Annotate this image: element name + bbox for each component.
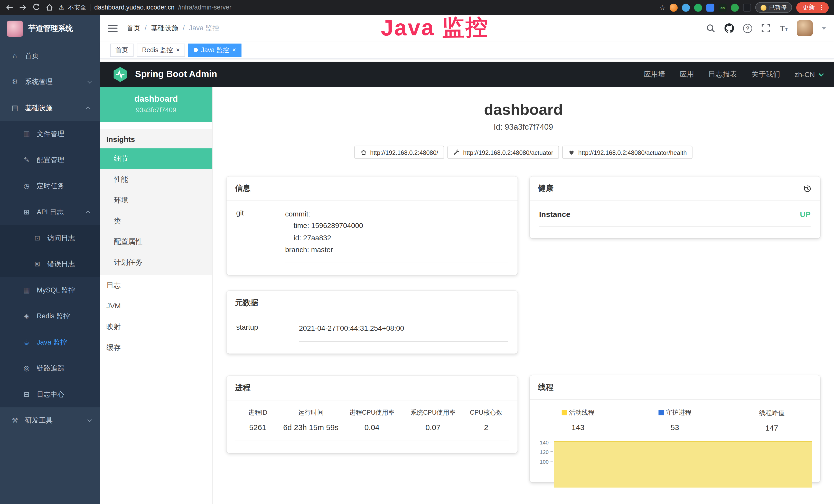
sidebar-item-config-mgmt[interactable]: ✎ 配置管理 <box>0 147 100 173</box>
fullscreen-icon[interactable] <box>761 23 771 33</box>
breadcrumb-infrastructure[interactable]: 基础设施 <box>151 23 189 33</box>
extension-leaf-icon[interactable] <box>731 3 739 11</box>
legend-label: 活动线程 <box>569 408 594 417</box>
sidebar-item-label: 基础设施 <box>25 103 53 112</box>
process-card: 进程 进程ID 5261 运行时间 <box>226 376 517 453</box>
card-title: 线程 <box>538 382 553 392</box>
sba-item-config-props[interactable]: 配置属性 <box>100 231 212 252</box>
chevron-down-icon <box>87 78 92 83</box>
service-url-button[interactable]: http://192.168.0.2:48080/ <box>354 145 444 159</box>
locale-selector[interactable]: zh-CN <box>794 70 822 78</box>
process-col-label: 运行时间 <box>280 409 342 417</box>
forward-icon[interactable] <box>19 3 27 12</box>
breadcrumb-current: Java 监控 <box>189 23 219 33</box>
font-size-icon[interactable]: TT <box>780 24 788 32</box>
sba-nav: 应用墙 应用 日志报表 关于我们 zh-CN <box>644 70 822 79</box>
trace-icon: ◎ <box>22 364 31 372</box>
update-button[interactable]: 更新 ⋮ <box>796 2 829 13</box>
sba-item-jvm[interactable]: JVM <box>100 296 212 316</box>
bookmark-star-icon[interactable]: ☆ <box>659 3 665 11</box>
sidebar-item-system-mgmt[interactable]: ⚙ 系统管理 <box>0 69 100 94</box>
sba-nav-applications[interactable]: 应用 <box>680 70 694 79</box>
avatar-caret-icon[interactable] <box>822 27 826 29</box>
sba-item-environment[interactable]: 环境 <box>100 190 212 210</box>
extension-check-icon[interactable] <box>694 3 702 11</box>
health-url-button[interactable]: http://192.168.0.2:48080/actuator/health <box>562 145 693 159</box>
help-icon[interactable]: ? <box>743 24 752 32</box>
sidebar-item-api-logs[interactable]: ⊞ API 日志 <box>0 199 100 225</box>
sba-item-details[interactable]: 细节 <box>100 148 212 169</box>
sidebar-item-file-mgmt[interactable]: ▥ 文件管理 <box>0 121 100 146</box>
sidebar-item-redis-monitor[interactable]: ◈ Redis 监控 <box>0 303 100 329</box>
sba-item-logs[interactable]: 日志 <box>100 275 212 296</box>
kebab-menu-icon[interactable]: ⋮ <box>818 4 825 11</box>
extension-puzzle-icon[interactable] <box>743 3 751 11</box>
extension-fox-icon[interactable] <box>670 3 678 11</box>
update-label: 更新 <box>803 3 815 11</box>
sba-item-caches[interactable]: 缓存 <box>100 337 212 358</box>
access-log-icon: ⊡ <box>33 234 41 242</box>
tab-label: 首页 <box>115 45 128 54</box>
url-host[interactable]: dashboard.yudao.iocoder.cn <box>94 4 174 11</box>
sidebar-item-error-logs[interactable]: ⊠ 错误日志 <box>0 251 100 277</box>
mysql-icon: ▦ <box>22 286 31 294</box>
sidebar-item-mysql-monitor[interactable]: ▦ MySQL 监控 <box>0 277 100 303</box>
home-icon: ⌂ <box>10 52 19 60</box>
paused-badge[interactable]: 已暂停 <box>755 2 792 13</box>
home-icon[interactable] <box>45 3 54 12</box>
url-path[interactable]: /infra/admin-server <box>178 4 232 11</box>
tab-home[interactable]: 首页 <box>110 43 134 57</box>
sba-nav-journal[interactable]: 日志报表 <box>708 70 737 79</box>
hamburger-icon[interactable] <box>108 25 117 31</box>
sba-item-scheduled-tasks[interactable]: 计划任务 <box>100 252 212 273</box>
user-avatar[interactable] <box>797 20 813 36</box>
address-bar[interactable]: ⚠ 不安全 dashboard.yudao.iocoder.cn/infra/a… <box>59 3 655 11</box>
breadcrumb-home[interactable]: 首页 <box>127 23 151 33</box>
metadata-value: 2021-04-27T00:44:31.254+08:00 <box>299 323 508 342</box>
sba-item-classes[interactable]: 类 <box>100 210 212 231</box>
sidebar-item-scheduled-tasks[interactable]: ◷ 定时任务 <box>0 173 100 199</box>
close-icon[interactable] <box>232 46 236 54</box>
sba-nav-about[interactable]: 关于我们 <box>751 70 780 79</box>
chevron-up-icon <box>86 210 90 215</box>
threads-legend: 活动线程 143 守护进程 53 线程峰值 <box>529 408 820 432</box>
status-badge: UP <box>800 210 811 219</box>
sba-brand-title[interactable]: Spring Boot Admin <box>135 69 217 79</box>
close-icon[interactable] <box>176 46 180 54</box>
sidebar-item-log-center[interactable]: ⊟ 日志中心 <box>0 381 100 407</box>
reload-icon[interactable] <box>32 3 40 12</box>
annotation-java-monitor: Java 监控 <box>381 12 489 43</box>
legend-label: 守护进程 <box>666 408 691 417</box>
spring-boot-admin: Spring Boot Admin 应用墙 应用 日志报表 关于我们 zh-CN <box>100 62 834 504</box>
extension-drop-icon[interactable] <box>682 3 690 11</box>
spring-boot-admin-logo-icon[interactable] <box>112 67 129 83</box>
actuator-url-button[interactable]: http://192.168.0.2:48080/actuator <box>447 145 559 159</box>
sba-nav-wallboard[interactable]: 应用墙 <box>644 70 665 79</box>
tab-redis-monitor[interactable]: Redis 监控 <box>137 43 185 57</box>
sidebar-item-home[interactable]: ⌂ 首页 <box>0 43 100 69</box>
config-icon: ✎ <box>22 156 31 164</box>
history-icon[interactable] <box>803 184 812 193</box>
warning-icon: ⚠ <box>59 4 64 11</box>
app-logo: 芋道管理系统 <box>0 15 100 43</box>
redis-icon: ◈ <box>22 312 31 320</box>
sidebar-item-trace[interactable]: ◎ 链路追踪 <box>0 355 100 381</box>
sidebar-item-infrastructure[interactable]: ▤ 基础设施 <box>0 95 100 121</box>
back-icon[interactable] <box>5 3 14 12</box>
heart-icon <box>568 149 575 156</box>
sidebar-item-java-monitor[interactable]: ☕ Java 监控 <box>0 329 100 355</box>
github-icon[interactable] <box>725 23 734 33</box>
tab-java-monitor[interactable]: Java 监控 <box>188 43 241 57</box>
search-icon[interactable] <box>706 23 716 33</box>
home-icon <box>360 149 367 156</box>
sba-item-metrics[interactable]: 性能 <box>100 169 212 190</box>
sidebar-item-access-logs[interactable]: ⊡ 访问日志 <box>0 225 100 251</box>
security-label[interactable]: 不安全 <box>68 3 86 11</box>
sidebar-item-devtools[interactable]: ⚒ 研发工具 <box>0 407 100 433</box>
sba-item-mappings[interactable]: 映射 <box>100 316 212 337</box>
extension-on-badge-icon[interactable]: on <box>719 3 727 11</box>
threads-chart: 140 120 100 <box>534 440 813 482</box>
divider <box>90 4 91 11</box>
extension-grid-icon[interactable] <box>706 3 714 11</box>
instance-header[interactable]: dashboard 93a3fc7f7409 <box>100 87 212 122</box>
